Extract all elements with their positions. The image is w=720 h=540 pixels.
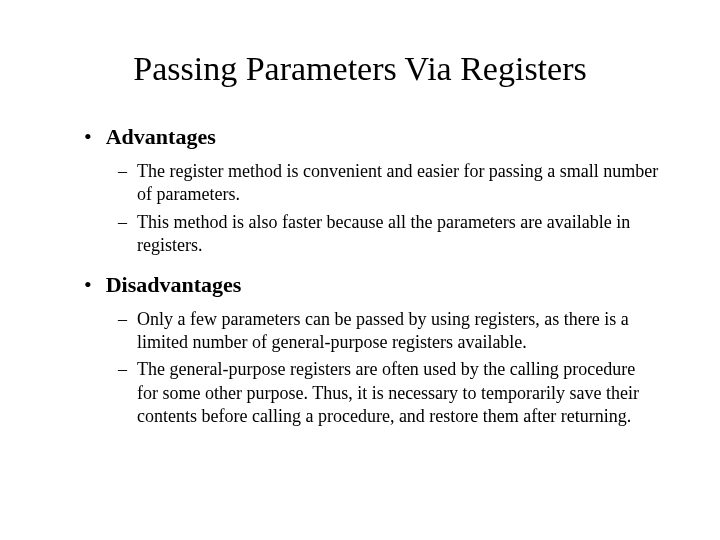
list-item: – Only a few parameters can be passed by… xyxy=(118,308,660,355)
advantages-items: – The register method is convenient and … xyxy=(60,160,660,258)
list-item: – The general-purpose registers are ofte… xyxy=(118,358,660,428)
dash-icon: – xyxy=(118,358,127,381)
list-item: – The register method is convenient and … xyxy=(118,160,660,207)
item-text: This method is also faster because all t… xyxy=(137,211,660,258)
slide-title: Passing Parameters Via Registers xyxy=(60,50,660,88)
item-text: The register method is convenient and ea… xyxy=(137,160,660,207)
advantages-header: • Advantages xyxy=(60,124,660,150)
disadvantages-heading: Disadvantages xyxy=(106,272,242,298)
dash-icon: – xyxy=(118,308,127,331)
advantages-heading: Advantages xyxy=(106,124,216,150)
item-text: The general-purpose registers are often … xyxy=(137,358,660,428)
dash-icon: – xyxy=(118,211,127,234)
item-text: Only a few parameters can be passed by u… xyxy=(137,308,660,355)
dash-icon: – xyxy=(118,160,127,183)
bullet-icon: • xyxy=(84,126,92,148)
disadvantages-section: • Disadvantages – Only a few parameters … xyxy=(60,272,660,429)
advantages-section: • Advantages – The register method is co… xyxy=(60,124,660,258)
bullet-icon: • xyxy=(84,274,92,296)
disadvantages-header: • Disadvantages xyxy=(60,272,660,298)
disadvantages-items: – Only a few parameters can be passed by… xyxy=(60,308,660,429)
list-item: – This method is also faster because all… xyxy=(118,211,660,258)
